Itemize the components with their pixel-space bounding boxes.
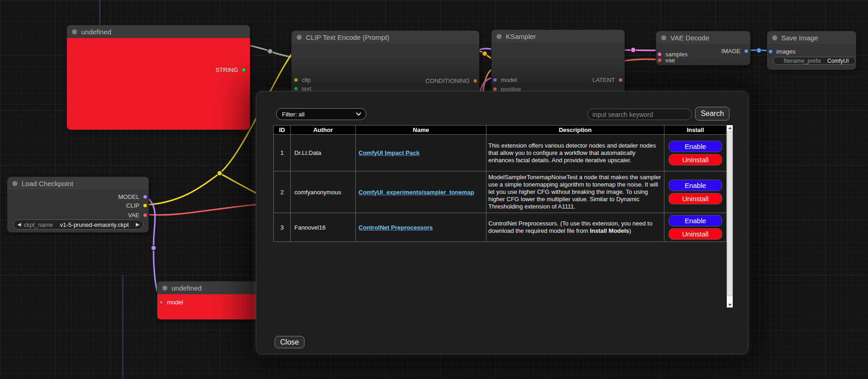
reroute-dot[interactable] [268, 49, 273, 54]
reroute-dot[interactable] [151, 246, 156, 251]
node-undefined-top[interactable]: undefined STRING [66, 25, 250, 130]
table-row: 3 Fannovel16 ControlNet Preprocessors Co… [274, 213, 727, 242]
filter-select-value: Filter: all [282, 111, 304, 118]
output-dot-image[interactable] [744, 49, 748, 53]
output-vae[interactable]: VAE [128, 212, 147, 218]
node-title: KSampler [506, 33, 536, 40]
error-node-body [157, 294, 258, 319]
node-title-bar[interactable]: CLIP Text Encode (Prompt) [292, 31, 479, 44]
node-save-image[interactable]: Save Image images filename_prefix ComfyU… [767, 31, 857, 70]
reroute-dot[interactable] [757, 48, 762, 53]
collapse-dot-icon[interactable] [772, 35, 777, 40]
node-title: undefined [171, 284, 202, 292]
scroll-up-icon[interactable] [727, 125, 733, 131]
node-title-bar[interactable]: undefined [157, 281, 258, 294]
ext-description: ModelSamplerTonemapNoiseTest a node that… [487, 171, 664, 213]
input-dot-samples[interactable] [658, 52, 662, 56]
filename-prefix-widget[interactable]: filename_prefix ComfyUI [773, 57, 856, 65]
reroute-dot[interactable] [217, 171, 222, 176]
wire-vae-right [623, 59, 658, 61]
uninstall-button[interactable]: Uninstall [669, 154, 722, 165]
input-clip[interactable]: clip [294, 77, 311, 83]
prev-arrow-icon[interactable]: ◀ [17, 222, 21, 227]
node-title-bar[interactable]: Load Checkpoint [7, 177, 149, 190]
output-conditioning[interactable]: CONDITIONING [426, 77, 477, 84]
table-row: 2 comfyanonymous ComfyUI_experiments/sam… [274, 171, 727, 213]
input-model[interactable]: model [493, 77, 517, 83]
node-title-bar[interactable]: KSampler [492, 30, 625, 43]
error-node-body [67, 38, 250, 130]
enable-button[interactable]: Enable [669, 180, 722, 191]
next-arrow-icon[interactable]: ▶ [136, 222, 139, 227]
wire-clip-2 [220, 173, 260, 195]
table-row: 1 Dr.Lt.Data ComfyUI Impact Pack This ex… [274, 135, 727, 171]
input-images[interactable]: images [768, 48, 796, 55]
output-clip[interactable]: CLIP [126, 202, 147, 209]
ext-link[interactable]: ComfyUI_experiments/sampler_tonemap [359, 189, 474, 196]
extensions-table: ID Author Name Description Install 1 Dr.… [273, 125, 727, 242]
collapse-dot-icon[interactable] [661, 35, 666, 40]
output-dot-string[interactable] [242, 68, 246, 72]
collapse-dot-icon[interactable] [72, 29, 77, 34]
ext-id: 1 [274, 135, 291, 171]
node-title: Save Image [781, 34, 818, 42]
input-dot-model[interactable] [493, 78, 497, 82]
input-model[interactable]: model [159, 299, 183, 305]
output-model[interactable]: MODEL [118, 193, 147, 200]
input-dot-images[interactable] [768, 49, 773, 54]
reroute-dot[interactable] [631, 48, 636, 53]
collapse-dot-icon[interactable] [497, 34, 502, 39]
input-text[interactable]: text [294, 85, 311, 92]
node-title: VAE Decode [670, 34, 709, 42]
node-load-checkpoint[interactable]: Load Checkpoint MODEL CLIP VAE ◀ ckpt_na… [7, 176, 149, 233]
node-title-bar[interactable]: undefined [67, 25, 250, 38]
input-vae[interactable]: vae [658, 57, 675, 63]
table-scrollbar[interactable] [727, 125, 733, 308]
input-dot-vae[interactable] [658, 58, 662, 62]
ext-description: ControlNet Preprocessors. (To use this e… [487, 213, 664, 242]
enable-button[interactable]: Enable [669, 215, 722, 226]
node-vae-decode[interactable]: VAE Decode samples vae IMAGE [656, 31, 751, 66]
reroute-dot[interactable] [482, 51, 487, 56]
scrollbar-thumb[interactable] [727, 131, 732, 296]
search-button[interactable]: Search [695, 107, 730, 121]
output-string[interactable]: STRING [216, 66, 246, 73]
collapse-dot-icon[interactable] [162, 286, 167, 291]
ext-id: 3 [274, 213, 291, 242]
output-dot-clip[interactable] [143, 203, 147, 208]
chevron-down-icon [356, 112, 361, 116]
input-dot-text[interactable] [294, 87, 298, 91]
enable-button[interactable]: Enable [669, 141, 722, 152]
ext-id: 2 [274, 171, 291, 213]
node-title-bar[interactable]: Save Image [767, 31, 856, 44]
ext-link[interactable]: ControlNet Preprocessors [359, 224, 433, 231]
node-undefined-bottom[interactable]: undefined model [157, 281, 259, 320]
node-title: undefined [81, 28, 111, 36]
scroll-down-icon[interactable] [727, 302, 733, 308]
extension-manager-dialog: Filter: all Search ID Author Name Descri… [256, 91, 748, 354]
output-image[interactable]: IMAGE [721, 48, 748, 54]
header-name: Name [356, 126, 487, 135]
uninstall-button[interactable]: Uninstall [669, 228, 722, 240]
output-latent[interactable]: LATENT [592, 77, 623, 83]
input-dot-model[interactable] [159, 300, 163, 304]
close-button[interactable]: Close [275, 336, 304, 348]
node-title: CLIP Text Encode (Prompt) [306, 33, 389, 41]
output-dot-latent[interactable] [619, 78, 623, 82]
collapse-dot-icon[interactable] [12, 181, 17, 186]
node-title-bar[interactable]: VAE Decode [656, 31, 750, 44]
uninstall-button[interactable]: Uninstall [669, 193, 722, 204]
output-dot-model[interactable] [143, 195, 147, 199]
input-dot-clip[interactable] [294, 78, 298, 82]
output-dot-conditioning[interactable] [473, 79, 477, 83]
filter-select[interactable]: Filter: all [276, 108, 366, 120]
input-dot-positive[interactable] [493, 87, 497, 91]
collapse-dot-icon[interactable] [297, 35, 302, 40]
search-input[interactable] [587, 109, 692, 120]
output-dot-vae[interactable] [143, 213, 147, 217]
header-description: Description [487, 126, 664, 135]
ckpt-name-widget[interactable]: ◀ ckpt_name v1-5-pruned-emaonly.ckpt ▶ [13, 220, 144, 230]
header-author: Author [291, 126, 356, 135]
ext-link[interactable]: ComfyUI Impact Pack [359, 149, 420, 156]
header-install: Install [664, 126, 727, 135]
